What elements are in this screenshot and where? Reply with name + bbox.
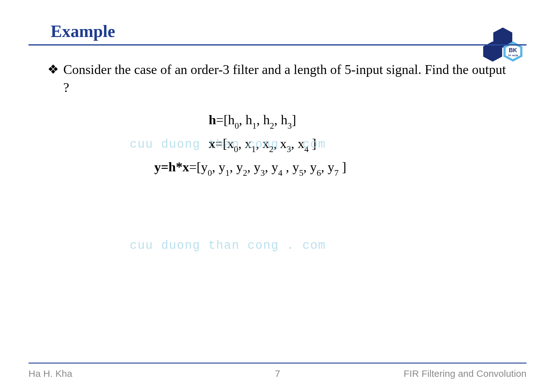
footer-divider [28,363,527,364]
watermark-text: cuu duong than cong . com [130,239,326,252]
footer-author: Ha H. Kha [28,368,72,379]
bullet-icon: ❖ [47,61,59,78]
equation-h: h=[h0, h1, h2, h3] [209,112,296,129]
equations-block: h=[h0, h1, h2, h3] x=[x0, x1, x2, x3, x4… [47,109,508,180]
footer-topic: FIR Filtering and Convolution [403,368,527,379]
logo-top-text: BK [509,47,517,53]
slide: Example BK TP. HCM ❖ Consider the case o… [0,0,555,392]
body: ❖ Consider the case of an order-3 filter… [47,61,508,180]
equation-y: y=h*x=[y0, y1, y2, y3, y4 , y5, y6, y7 ] [154,159,346,176]
bullet-text: Consider the case of an order-3 filter a… [63,61,508,96]
bullet-item: ❖ Consider the case of an order-3 filter… [47,61,508,96]
equation-x: x=[x0, x1, x2, x3, x4 ] [209,136,316,153]
page-title: Example [51,21,115,41]
footer: Ha H. Kha 7 FIR Filtering and Convolutio… [28,367,527,380]
logo-bottom-text: TP. HCM [508,54,518,57]
header-divider [28,44,527,46]
